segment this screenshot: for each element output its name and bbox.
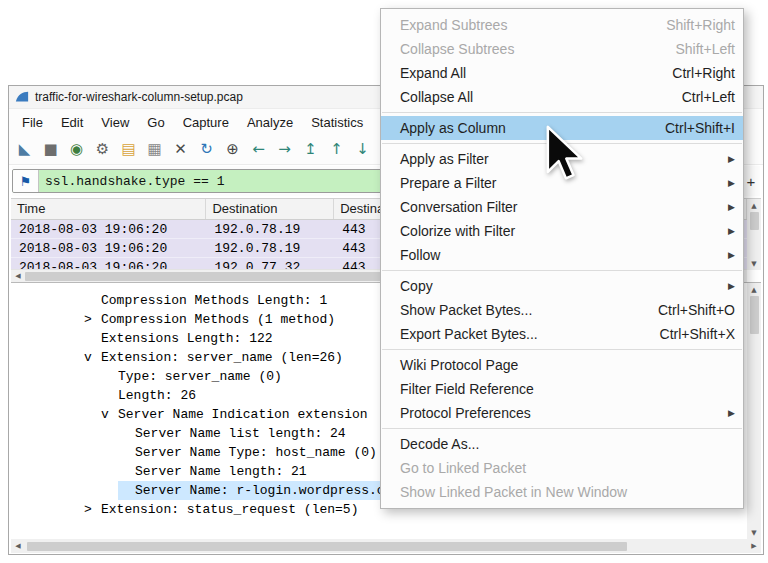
menu-item-show-packet-bytes[interactable]: Show Packet Bytes...Ctrl+Shift+O xyxy=(381,298,743,322)
menu-separator xyxy=(382,349,742,350)
go-to-packet-icon[interactable]: ↥ xyxy=(303,142,318,157)
detail-vscrollbar[interactable]: ▲ ▼ xyxy=(747,282,761,539)
menubar-item-capture[interactable]: Capture xyxy=(174,111,238,134)
go-top-icon[interactable]: ↑ xyxy=(329,142,344,157)
filter-expression-text: ssl.handshake.type == 1 xyxy=(39,174,224,189)
find-packet-icon[interactable]: ⊕ xyxy=(225,142,240,157)
scrollbar-thumb[interactable] xyxy=(750,212,759,230)
filter-add-button[interactable]: + xyxy=(742,173,760,190)
menu-item-label: Collapse All xyxy=(400,89,682,105)
scroll-left-icon[interactable]: ◀ xyxy=(11,540,25,553)
detail-tree-text: Compression Methods Length: 1 xyxy=(101,293,327,308)
detail-tree-text: Length: 26 xyxy=(118,388,196,403)
menubar-item-file[interactable]: File xyxy=(13,111,52,134)
detail-hscrollbar[interactable]: ◀ ▶ xyxy=(11,539,761,553)
detail-tree-text: Server Name list length: 24 xyxy=(135,426,346,441)
menu-item-expand-subtrees: Expand SubtreesShift+Right xyxy=(381,13,743,37)
expander-icon[interactable]: > xyxy=(84,310,101,329)
expander-icon[interactable]: v xyxy=(101,405,118,424)
bookmark-icon: ⚑ xyxy=(20,174,32,189)
scroll-up-icon[interactable]: ▲ xyxy=(747,283,761,296)
mouse-cursor xyxy=(546,125,584,181)
save-file-icon[interactable]: ▦ xyxy=(147,142,162,157)
wireshark-app-icon xyxy=(15,90,29,104)
expander-icon[interactable]: v xyxy=(84,348,101,367)
scroll-right-icon[interactable]: ▶ xyxy=(747,540,761,553)
column-header-destination[interactable]: Destination xyxy=(206,199,334,219)
menu-item-collapse-subtrees: Collapse SubtreesShift+Left xyxy=(381,37,743,61)
menu-item-label: Show Linked Packet in New Window xyxy=(400,484,735,500)
menu-item-shortcut: Ctrl+Right xyxy=(672,65,735,81)
menu-item-collapse-all[interactable]: Collapse AllCtrl+Left xyxy=(381,85,743,109)
menu-item-go-to-linked-packet: Go to Linked Packet xyxy=(381,456,743,480)
restart-capture-icon[interactable]: ◉ xyxy=(69,142,84,157)
close-file-icon[interactable]: ✕ xyxy=(173,142,188,157)
menu-item-conversation-filter[interactable]: Conversation Filter▶ xyxy=(381,195,743,219)
packet-list-vscrollbar[interactable]: ▲ ▼ xyxy=(747,199,761,270)
packet-cell: 192.0.78.19 xyxy=(206,239,334,257)
scrollbar-thumb[interactable] xyxy=(27,542,627,551)
detail-tree-text: Extension: server_name (len=26) xyxy=(101,350,343,365)
packet-cell: 192.0.78.19 xyxy=(206,220,334,238)
menu-item-label: Wiki Protocol Page xyxy=(400,357,735,373)
menu-item-label: Go to Linked Packet xyxy=(400,460,735,476)
detail-tree-text: Compression Methods (1 method) xyxy=(101,312,335,327)
menu-item-show-linked-packet-in-new-window: Show Linked Packet in New Window xyxy=(381,480,743,504)
stop-capture-icon[interactable]: ■ xyxy=(43,142,58,157)
submenu-arrow-icon: ▶ xyxy=(728,408,735,418)
go-forward-icon[interactable]: → xyxy=(277,142,292,157)
scroll-left-icon[interactable]: ◀ xyxy=(11,270,25,283)
open-file-icon[interactable]: ▤ xyxy=(121,142,136,157)
menu-item-export-packet-bytes[interactable]: Export Packet Bytes...Ctrl+Shift+X xyxy=(381,322,743,346)
menubar-item-edit[interactable]: Edit xyxy=(52,111,92,134)
menu-item-decode-as[interactable]: Decode As... xyxy=(381,432,743,456)
menu-item-filter-field-reference[interactable]: Filter Field Reference xyxy=(381,377,743,401)
context-menu: Expand SubtreesShift+RightCollapse Subtr… xyxy=(380,8,744,509)
filter-bookmark-button[interactable]: ⚑ xyxy=(13,170,39,192)
reload-icon[interactable]: ↻ xyxy=(199,142,214,157)
menu-item-wiki-protocol-page[interactable]: Wiki Protocol Page xyxy=(381,353,743,377)
menu-item-follow[interactable]: Follow▶ xyxy=(381,243,743,267)
go-bottom-icon[interactable]: ↓ xyxy=(355,142,370,157)
menu-item-label: Show Packet Bytes... xyxy=(400,302,658,318)
submenu-arrow-icon: ▶ xyxy=(728,226,735,236)
packet-cell: 2018-08-03 19:06:20 xyxy=(11,220,206,238)
menu-separator xyxy=(382,112,742,113)
menu-item-label: Colorize with Filter xyxy=(400,223,720,239)
menubar-item-statistics[interactable]: Statistics xyxy=(302,111,372,134)
menu-item-shortcut: Shift+Left xyxy=(675,41,735,57)
menubar-item-analyze[interactable]: Analyze xyxy=(238,111,302,134)
menu-item-protocol-preferences[interactable]: Protocol Preferences▶ xyxy=(381,401,743,425)
menu-item-label: Apply as Column xyxy=(400,120,665,136)
expander-icon[interactable]: > xyxy=(84,500,101,519)
menu-item-expand-all[interactable]: Expand AllCtrl+Right xyxy=(381,61,743,85)
menu-item-label: Export Packet Bytes... xyxy=(400,326,660,342)
menu-item-copy[interactable]: Copy▶ xyxy=(381,274,743,298)
menu-item-label: Follow xyxy=(400,247,720,263)
packet-cell: 2018-08-03 19:06:20 xyxy=(11,239,206,257)
menu-item-shortcut: Ctrl+Shift+I xyxy=(665,120,735,136)
submenu-arrow-icon: ▶ xyxy=(728,281,735,291)
menu-item-label: Expand Subtrees xyxy=(400,17,666,33)
menu-item-shortcut: Ctrl+Shift+X xyxy=(660,326,735,342)
menubar-item-view[interactable]: View xyxy=(92,111,138,134)
scroll-up-icon[interactable]: ▲ xyxy=(747,199,761,212)
detail-tree-text: Extensions Length: 122 xyxy=(101,331,273,346)
start-capture-icon[interactable]: ◣ xyxy=(17,142,32,157)
go-back-icon[interactable]: ← xyxy=(251,142,266,157)
menubar-item-go[interactable]: Go xyxy=(138,111,173,134)
menu-item-label: Protocol Preferences xyxy=(400,405,720,421)
menu-separator xyxy=(382,428,742,429)
detail-tree-text: Type: server_name (0) xyxy=(118,369,282,384)
capture-options-icon[interactable]: ⚙ xyxy=(95,142,110,157)
menu-item-colorize-with-filter[interactable]: Colorize with Filter▶ xyxy=(381,219,743,243)
detail-tree-text: Server Name: r-login.wordpress.com xyxy=(135,483,400,498)
scrollbar-thumb[interactable] xyxy=(750,296,759,334)
menu-item-label: Collapse Subtrees xyxy=(400,41,675,57)
scroll-down-icon[interactable]: ▼ xyxy=(747,257,761,270)
submenu-arrow-icon: ▶ xyxy=(728,178,735,188)
menu-item-label: Conversation Filter xyxy=(400,199,720,215)
scroll-down-icon[interactable]: ▼ xyxy=(747,526,761,539)
column-header-time[interactable]: Time xyxy=(11,199,206,219)
detail-tree-text: Extension: status_request (len=5) xyxy=(101,502,358,517)
